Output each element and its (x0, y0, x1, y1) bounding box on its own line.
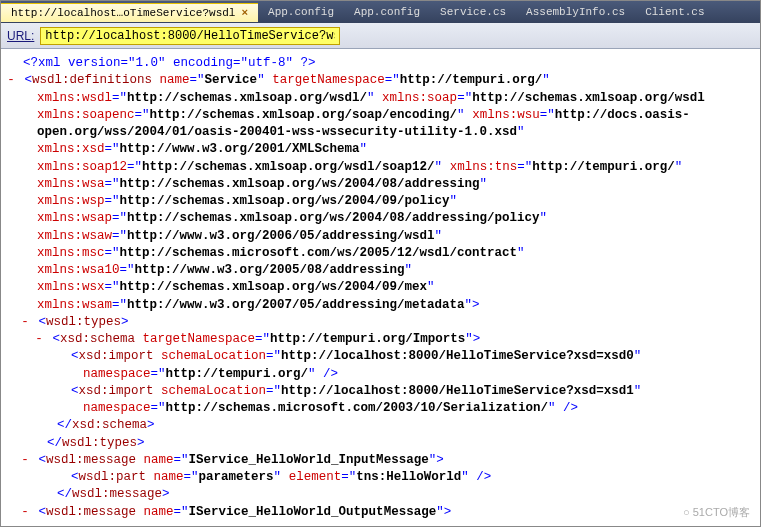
wsdl-part-1: <wsdl:part name="parameters" element="tn… (5, 469, 756, 486)
tab-service-cs[interactable]: Service.cs (430, 3, 516, 21)
xml-ns-line: xmlns:wsdl="http://schemas.xmlsoap.org/w… (5, 90, 756, 107)
tab-client-cs[interactable]: Client.cs (635, 3, 714, 21)
editor-tabbar: http://localhost…oTimeService?wsdl × App… (1, 1, 760, 23)
xml-ns-line: xmlns:wsam="http://www.w3.org/2007/05/ad… (5, 297, 756, 314)
xml-ns-line: xmlns:wsp="http://schemas.xmlsoap.org/ws… (5, 193, 756, 210)
collapse-icon[interactable]: - (19, 452, 31, 469)
close-icon[interactable]: × (241, 7, 248, 19)
xml-ns-line: xmlns:soap12="http://schemas.xmlsoap.org… (5, 159, 756, 176)
url-input[interactable] (40, 27, 340, 45)
xsd-schema-open: - <xsd:schema targetNamespace="http://te… (5, 331, 756, 348)
collapse-icon[interactable]: - (19, 504, 31, 521)
wsdl-message-1-close: </wsdl:message> (5, 486, 756, 503)
collapse-icon[interactable]: - (5, 72, 17, 89)
xml-ns-line: xmlns:wsx="http://schemas.xmlsoap.org/ws… (5, 279, 756, 296)
xml-ns-line: xmlns:soapenc="http://schemas.xmlsoap.or… (5, 107, 756, 124)
collapse-icon[interactable]: - (19, 314, 31, 331)
xml-ns-line: xmlns:xsd="http://www.w3.org/2001/XMLSch… (5, 141, 756, 158)
collapse-icon[interactable]: - (33, 331, 45, 348)
xsd-import-ns: namespace="http://schemas.microsoft.com/… (5, 400, 756, 417)
xml-ns-line: open.org/wss/2004/01/oasis-200401-wss-ws… (5, 124, 756, 141)
xml-ns-line: xmlns:msc="http://schemas.microsoft.com/… (5, 245, 756, 262)
tab-appconfig-2[interactable]: App.config (344, 3, 430, 21)
wsdl-types-close: </wsdl:types> (5, 435, 756, 452)
xml-viewer[interactable]: <?xml version="1.0" encoding="utf-8" ?> … (1, 49, 760, 527)
xsd-import: <xsd:import schemaLocation="http://local… (5, 383, 756, 400)
url-label: URL: (7, 29, 34, 43)
wsdl-types-open: - <wsdl:types> (5, 314, 756, 331)
xml-ns-line: xmlns:wsaw="http://www.w3.org/2006/05/ad… (5, 228, 756, 245)
tab-label: http://localhost…oTimeService?wsdl (11, 7, 235, 19)
tab-assemblyinfo-cs[interactable]: AssemblyInfo.cs (516, 3, 635, 21)
xsd-import: <xsd:import schemaLocation="http://local… (5, 348, 756, 365)
xsd-import-ns: namespace="http://tempuri.org/" /> (5, 366, 756, 383)
wsdl-message-2-open: - <wsdl:message name="IService_HelloWorl… (5, 504, 756, 521)
xml-ns-line: xmlns:wsa10="http://www.w3.org/2005/08/a… (5, 262, 756, 279)
watermark: ○ 51CTO博客 (683, 505, 750, 520)
tab-appconfig-1[interactable]: App.config (258, 3, 344, 21)
xml-pi: <?xml version="1.0" encoding="utf-8" ?> (5, 55, 756, 72)
xsd-schema-close: </xsd:schema> (5, 417, 756, 434)
xml-ns-line: xmlns:wsap="http://schemas.xmlsoap.org/w… (5, 210, 756, 227)
wsdl-message-1-open: - <wsdl:message name="IService_HelloWorl… (5, 452, 756, 469)
tab-active-wsdl[interactable]: http://localhost…oTimeService?wsdl × (1, 3, 258, 22)
xml-defs-open: - <wsdl:definitions name="Service" targe… (5, 72, 756, 89)
xml-ns-line: xmlns:wsa="http://schemas.xmlsoap.org/ws… (5, 176, 756, 193)
url-bar: URL: (1, 23, 760, 49)
